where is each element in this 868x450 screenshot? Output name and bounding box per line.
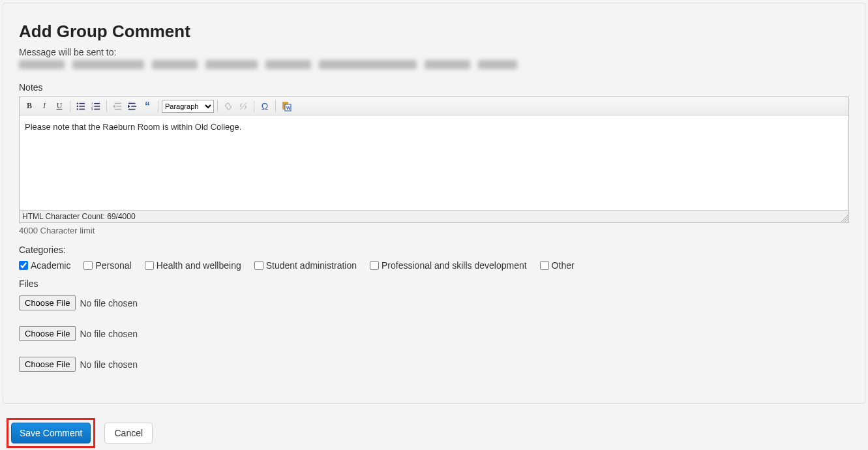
format-select[interactable]: Paragraph bbox=[162, 100, 214, 113]
special-char-icon[interactable]: Ω bbox=[258, 99, 272, 113]
svg-rect-19 bbox=[128, 108, 136, 109]
rich-text-editor: B I U 123 “ Paragraph bbox=[19, 97, 849, 223]
editor-content[interactable]: Please note that the Raeburn Room is wit… bbox=[20, 115, 848, 210]
svg-rect-9 bbox=[94, 106, 100, 106]
toolbar-separator bbox=[158, 100, 158, 112]
toolbar-separator bbox=[106, 100, 107, 112]
category-health-checkbox[interactable] bbox=[145, 261, 154, 270]
category-professional[interactable]: Professional and skills development bbox=[370, 260, 527, 271]
files-section: Files Choose File No file chosen Choose … bbox=[19, 278, 849, 372]
categories-label: Categories: bbox=[19, 245, 849, 255]
category-health[interactable]: Health and wellbeing bbox=[145, 260, 241, 271]
indent-icon[interactable] bbox=[125, 99, 140, 113]
svg-point-0 bbox=[77, 102, 78, 104]
category-other-checkbox[interactable] bbox=[540, 261, 549, 270]
bold-icon[interactable]: B bbox=[22, 99, 37, 113]
category-label: Professional and skills development bbox=[382, 260, 527, 271]
category-student-admin[interactable]: Student administration bbox=[254, 260, 357, 271]
editor-toolbar: B I U 123 “ Paragraph bbox=[20, 97, 848, 115]
category-academic-checkbox[interactable] bbox=[19, 261, 28, 270]
svg-rect-3 bbox=[79, 106, 85, 106]
svg-rect-16 bbox=[128, 102, 136, 103]
sent-to-label: Message will be sent to: bbox=[19, 47, 849, 57]
char-count-label: HTML Character Count: 69/4000 bbox=[22, 212, 136, 221]
underline-icon[interactable]: U bbox=[52, 99, 67, 113]
category-personal[interactable]: Personal bbox=[83, 260, 131, 271]
file-status: No file chosen bbox=[80, 298, 138, 308]
svg-text:3: 3 bbox=[91, 108, 93, 111]
file-row: Choose File No file chosen bbox=[19, 326, 849, 341]
categories-row: Academic Personal Health and wellbeing S… bbox=[19, 260, 849, 271]
add-group-comment-panel: Add Group Comment Message will be sent t… bbox=[3, 3, 865, 404]
page-title: Add Group Comment bbox=[19, 22, 849, 42]
file-row: Choose File No file chosen bbox=[19, 295, 849, 310]
category-professional-checkbox[interactable] bbox=[370, 261, 379, 270]
svg-rect-5 bbox=[79, 108, 85, 109]
categories-section: Categories: Academic Personal Health and… bbox=[19, 245, 849, 271]
action-bar: Save Comment Cancel bbox=[0, 406, 868, 450]
category-label: Academic bbox=[31, 260, 70, 271]
svg-rect-1 bbox=[79, 102, 85, 103]
category-personal-checkbox[interactable] bbox=[83, 261, 93, 270]
svg-rect-11 bbox=[94, 108, 100, 109]
category-student-admin-checkbox[interactable] bbox=[254, 261, 263, 270]
svg-rect-7 bbox=[94, 102, 100, 103]
category-label: Other bbox=[552, 260, 575, 271]
files-label: Files bbox=[19, 278, 849, 289]
char-limit-hint: 4000 Character limit bbox=[19, 226, 849, 235]
svg-rect-18 bbox=[131, 106, 136, 106]
svg-rect-14 bbox=[116, 106, 121, 106]
notes-label: Notes bbox=[19, 82, 849, 93]
category-label: Personal bbox=[95, 260, 131, 271]
recipients-redacted bbox=[19, 60, 849, 72]
file-row: Choose File No file chosen bbox=[19, 357, 849, 372]
cancel-button[interactable]: Cancel bbox=[104, 423, 153, 443]
svg-rect-12 bbox=[115, 102, 122, 103]
choose-file-button[interactable]: Choose File bbox=[19, 326, 76, 341]
svg-rect-15 bbox=[115, 108, 122, 109]
file-status: No file chosen bbox=[80, 359, 138, 370]
blockquote-icon[interactable]: “ bbox=[140, 99, 155, 113]
save-button[interactable]: Save Comment bbox=[11, 423, 91, 443]
highlight-box: Save Comment bbox=[7, 418, 95, 448]
toolbar-separator bbox=[275, 100, 276, 112]
toolbar-separator bbox=[70, 100, 70, 112]
category-other[interactable]: Other bbox=[540, 260, 575, 271]
choose-file-button[interactable]: Choose File bbox=[19, 357, 76, 372]
editor-footer: HTML Character Count: 69/4000 bbox=[20, 210, 848, 222]
svg-point-4 bbox=[77, 108, 78, 110]
svg-marker-17 bbox=[128, 104, 130, 108]
category-label: Health and wellbeing bbox=[157, 260, 241, 271]
numbered-list-icon[interactable]: 123 bbox=[89, 99, 103, 113]
svg-point-2 bbox=[77, 105, 78, 106]
toolbar-separator bbox=[254, 100, 254, 112]
resize-grip[interactable] bbox=[841, 215, 848, 222]
category-academic[interactable]: Academic bbox=[19, 260, 70, 271]
toolbar-separator bbox=[217, 100, 218, 112]
unlink-icon[interactable] bbox=[236, 99, 250, 113]
link-icon[interactable] bbox=[221, 99, 235, 113]
svg-marker-13 bbox=[113, 104, 115, 108]
svg-text:W: W bbox=[286, 106, 291, 110]
file-status: No file chosen bbox=[80, 329, 138, 339]
choose-file-button[interactable]: Choose File bbox=[19, 295, 76, 310]
paste-word-icon[interactable]: W bbox=[279, 99, 293, 113]
bullet-list-icon[interactable] bbox=[74, 99, 88, 113]
outdent-icon[interactable] bbox=[110, 99, 125, 113]
category-label: Student administration bbox=[266, 260, 357, 271]
italic-icon[interactable]: I bbox=[37, 99, 52, 113]
